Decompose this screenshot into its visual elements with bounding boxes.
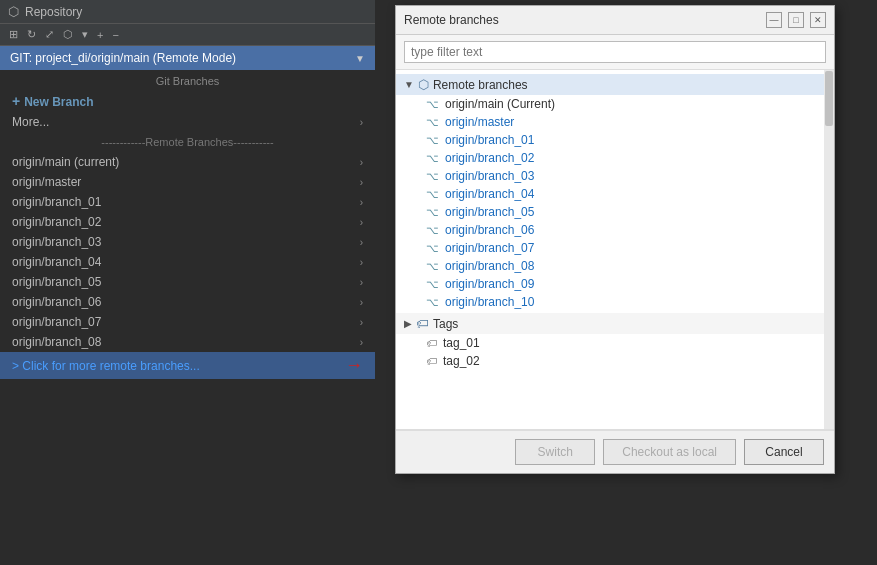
- tree-item-branch-02[interactable]: ⌥ origin/branch_02: [396, 149, 834, 167]
- tag-icon: 🏷: [426, 355, 437, 367]
- chevron-icon: ›: [360, 117, 363, 128]
- branch-item-04[interactable]: origin/branch_04 ›: [0, 252, 375, 272]
- dropdown-arrow-icon: ▼: [355, 53, 365, 64]
- left-panel: ⬡ Repository ⊞ ↻ ⤢ ⬡ ▾ + − GIT: project_…: [0, 0, 375, 565]
- window-controls: — □ ✕: [766, 12, 826, 28]
- tags-label: Tags: [433, 317, 458, 331]
- close-button[interactable]: ✕: [810, 12, 826, 28]
- branch-icon: ⌥: [426, 296, 439, 309]
- checkout-as-local-button[interactable]: Checkout as local: [603, 439, 736, 465]
- tag-item-01[interactable]: 🏷 tag_01: [396, 334, 834, 352]
- tree-item-branch-06[interactable]: ⌥ origin/branch_06: [396, 221, 834, 239]
- tag-icon: 🏷: [426, 337, 437, 349]
- repository-icon: ⬡: [8, 4, 19, 19]
- chevron-icon: ›: [360, 277, 363, 288]
- more-item[interactable]: More... ›: [0, 112, 375, 132]
- current-branch-bar[interactable]: GIT: project_di/origin/main (Remote Mode…: [0, 46, 375, 70]
- expand-arrow-icon: ▼: [404, 79, 414, 90]
- branch-icon: ⌥: [426, 98, 439, 111]
- panel-header: ⬡ Repository: [0, 0, 375, 24]
- remote-branches-label: Remote branches: [433, 78, 528, 92]
- tree-item-branch-07[interactable]: ⌥ origin/branch_07: [396, 239, 834, 257]
- branch-icon: ⌥: [426, 152, 439, 165]
- tree-item-branch-01[interactable]: ⌥ origin/branch_01: [396, 131, 834, 149]
- branch-icon: ⌥: [426, 188, 439, 201]
- cancel-button[interactable]: Cancel: [744, 439, 824, 465]
- branch-item-07[interactable]: origin/branch_07 ›: [0, 312, 375, 332]
- toolbar: ⊞ ↻ ⤢ ⬡ ▾ + −: [0, 24, 375, 46]
- tree-item-branch-03[interactable]: ⌥ origin/branch_03: [396, 167, 834, 185]
- tree-item-branch-04[interactable]: ⌥ origin/branch_04: [396, 185, 834, 203]
- dialog-title: Remote branches: [404, 13, 499, 27]
- chevron-icon: ›: [360, 237, 363, 248]
- branch-icon: ⌥: [426, 242, 439, 255]
- tags-section-header[interactable]: ▶ 🏷 Tags: [396, 313, 834, 334]
- branch-item-01[interactable]: origin/branch_01 ›: [0, 192, 375, 212]
- toolbar-btn-6[interactable]: +: [94, 28, 106, 42]
- tree-item-branch-05[interactable]: ⌥ origin/branch_05: [396, 203, 834, 221]
- branch-icon: ⌥: [426, 278, 439, 291]
- branch-item-03[interactable]: origin/branch_03 ›: [0, 232, 375, 252]
- repository-title: Repository: [25, 5, 82, 19]
- scrollbar-thumb[interactable]: [825, 71, 833, 126]
- dialog-tree: ▼ ⬡ Remote branches ⌥ origin/main (Curre…: [396, 70, 834, 430]
- chevron-icon: ›: [360, 297, 363, 308]
- chevron-icon: ›: [360, 337, 363, 348]
- tree-item-branch-08[interactable]: ⌥ origin/branch_08: [396, 257, 834, 275]
- tags-expand-arrow-icon: ▶: [404, 318, 412, 329]
- tree-item-branch-09[interactable]: ⌥ origin/branch_09: [396, 275, 834, 293]
- click-more-item[interactable]: > Click for more remote branches... →: [0, 352, 375, 379]
- branch-list: +New Branch More... › ------------Remote…: [0, 90, 375, 565]
- branch-item-06[interactable]: origin/branch_06 ›: [0, 292, 375, 312]
- chevron-icon: ›: [360, 157, 363, 168]
- branch-item-main[interactable]: origin/main (current) ›: [0, 152, 375, 172]
- filter-input[interactable]: [404, 41, 826, 63]
- branch-item-master[interactable]: origin/master ›: [0, 172, 375, 192]
- toolbar-btn-2[interactable]: ↻: [24, 27, 39, 42]
- branch-item-02[interactable]: origin/branch_02 ›: [0, 212, 375, 232]
- branch-icon: ⌥: [426, 134, 439, 147]
- right-area: Remote branches — □ ✕ ▼ ⬡ Remote branche…: [375, 0, 877, 565]
- dialog-footer: Switch Checkout as local Cancel: [396, 430, 834, 473]
- branch-icon: ⌥: [426, 260, 439, 273]
- branch-item-05[interactable]: origin/branch_05 ›: [0, 272, 375, 292]
- branch-icon: ⌥: [426, 116, 439, 129]
- maximize-button[interactable]: □: [788, 12, 804, 28]
- minimize-button[interactable]: —: [766, 12, 782, 28]
- chevron-icon: ›: [360, 317, 363, 328]
- tags-icon: 🏷: [416, 316, 429, 331]
- branch-icon: ⌥: [426, 170, 439, 183]
- remote-branches-icon: ⬡: [418, 77, 429, 92]
- toolbar-btn-5[interactable]: ▾: [79, 27, 91, 42]
- chevron-icon: ›: [360, 177, 363, 188]
- current-branch-text: GIT: project_di/origin/main (Remote Mode…: [10, 51, 236, 65]
- toolbar-btn-1[interactable]: ⊞: [6, 27, 21, 42]
- tree-item-branch-10[interactable]: ⌥ origin/branch_10: [396, 293, 834, 311]
- new-branch-item[interactable]: +New Branch: [0, 90, 375, 112]
- branch-item-08[interactable]: origin/branch_08 ›: [0, 332, 375, 352]
- tag-item-02[interactable]: 🏷 tag_02: [396, 352, 834, 370]
- remote-branches-dialog: Remote branches — □ ✕ ▼ ⬡ Remote branche…: [395, 5, 835, 474]
- toolbar-btn-3[interactable]: ⤢: [42, 27, 57, 42]
- git-branches-title: Git Branches: [0, 70, 375, 90]
- remote-branches-section-header[interactable]: ▼ ⬡ Remote branches: [396, 74, 834, 95]
- tags-section: ▶ 🏷 Tags 🏷 tag_01 🏷 tag_02: [396, 313, 834, 370]
- scrollbar-track[interactable]: [824, 70, 834, 429]
- right-arrow-icon: →: [345, 355, 363, 376]
- plus-icon: +: [12, 93, 20, 109]
- switch-button[interactable]: Switch: [515, 439, 595, 465]
- filter-area: [396, 35, 834, 70]
- chevron-icon: ›: [360, 257, 363, 268]
- dialog-titlebar: Remote branches — □ ✕: [396, 6, 834, 35]
- chevron-icon: ›: [360, 217, 363, 228]
- branch-icon: ⌥: [426, 206, 439, 219]
- toolbar-btn-4[interactable]: ⬡: [60, 27, 76, 42]
- branch-separator: ------------Remote Branches-----------: [0, 132, 375, 152]
- tree-item-master[interactable]: ⌥ origin/master: [396, 113, 834, 131]
- branch-icon: ⌥: [426, 224, 439, 237]
- toolbar-btn-7[interactable]: −: [109, 28, 121, 42]
- tree-item-main-current[interactable]: ⌥ origin/main (Current): [396, 95, 834, 113]
- chevron-icon: ›: [360, 197, 363, 208]
